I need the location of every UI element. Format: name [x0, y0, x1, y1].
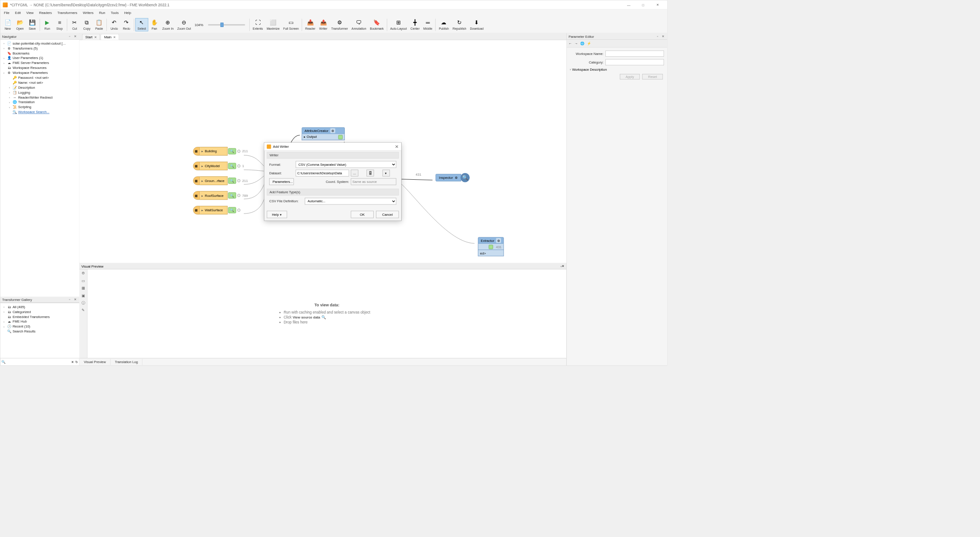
output-port[interactable] — [237, 150, 240, 153]
toolbar-download[interactable]: ⬇Download — [468, 18, 485, 31]
attributecreator-node[interactable]: AttributeCreator⚙▸ Output — [302, 127, 344, 141]
parameters-button[interactable]: Parameters... — [269, 178, 293, 185]
tab-close-icon[interactable]: ✕ — [113, 36, 115, 39]
format-select[interactable]: CSV (Comma Separated Value) — [296, 161, 396, 168]
reader-citymodel[interactable]: ▦▸CityModel🔍1 — [193, 162, 244, 170]
csv-def-select[interactable]: Automatic... — [305, 198, 396, 205]
preview-graphics-icon[interactable]: ▣ — [81, 293, 86, 298]
pe-forward-icon[interactable]: → — [574, 41, 577, 45]
menu-view[interactable]: View — [24, 10, 36, 15]
toolbar-stop[interactable]: ■Stop — [53, 18, 65, 31]
toolbar-middle[interactable]: ═Middle — [421, 18, 434, 31]
minimize-button[interactable]: — — [622, 0, 636, 9]
reader-cache-icon[interactable]: 🔍 — [228, 192, 236, 199]
toolbar-redo[interactable]: ↷Redo — [120, 18, 133, 31]
extractor-node[interactable]: Extractor⚙431ed> — [478, 237, 504, 256]
menu-tools[interactable]: Tools — [108, 10, 121, 15]
pe-desc-expander-icon[interactable]: › — [570, 68, 571, 72]
menu-readers[interactable]: Readers — [37, 10, 54, 15]
nav-item[interactable]: ›👤User Parameters (1) — [1, 55, 78, 60]
reader-cache-icon[interactable]: 🔍 — [228, 207, 236, 214]
output-port[interactable] — [237, 194, 240, 197]
reader-roofsurface[interactable]: ▦▸RoofSurface🔍789 — [193, 191, 247, 200]
category-input[interactable] — [605, 59, 664, 65]
pe-back-icon[interactable]: ← — [568, 41, 572, 45]
toolbar-pan[interactable]: ✋Pan — [148, 18, 160, 31]
nav-item[interactable]: ›📝Description — [1, 85, 78, 90]
toolbar-undo[interactable]: ↶Undo — [108, 18, 120, 31]
gallery-item[interactable]: ›🗂All (485) — [1, 305, 78, 309]
toolbar-auto-layout[interactable]: ⊞Auto-Layout — [388, 18, 408, 31]
pe-world-icon[interactable]: 🌐 — [580, 41, 585, 46]
toolbar-save[interactable]: 💾Save — [26, 18, 38, 31]
toolbar-paste[interactable]: 📋Paste — [93, 18, 105, 31]
dataset-browse-button[interactable]: … — [351, 170, 358, 177]
nav-item[interactable]: ›🌐Translation — [1, 100, 78, 105]
zoom-slider[interactable] — [208, 24, 245, 25]
reader-cache-icon[interactable]: 🔍 — [228, 163, 236, 169]
expand-icon[interactable]: › — [8, 91, 11, 94]
menu-transformers[interactable]: Transformers — [55, 10, 80, 15]
nav-item[interactable]: ›☁FME Server Parameters — [1, 60, 78, 65]
pe-undock-icon[interactable]: ▫ — [655, 34, 660, 39]
expand-icon[interactable]: › — [8, 96, 11, 99]
preview-table-icon[interactable]: ▦ — [81, 285, 86, 291]
dataset-input[interactable] — [296, 170, 349, 177]
toolbar-extents[interactable]: ⛶Extents — [251, 18, 265, 31]
preview-refresh-icon[interactable]: ✎ — [81, 307, 86, 313]
preview-options-icon[interactable]: ⚙ — [81, 271, 86, 276]
reader-wallsurface[interactable]: ▦▸WallSurface🔍 — [193, 206, 242, 214]
expand-icon[interactable]: › — [2, 47, 6, 50]
toolbar-zoom-in[interactable]: ⊕Zoom In — [160, 18, 175, 31]
toolbar-annotation[interactable]: 🗨Annotation — [350, 18, 368, 31]
tab-main[interactable]: Main✕ — [101, 34, 119, 40]
ok-button[interactable]: OK — [351, 211, 373, 218]
gallery-item[interactable]: 🗂Embedded Transformers — [1, 314, 78, 319]
toolbar-center[interactable]: ╋Center — [408, 18, 421, 31]
dataset-dropdown-icon[interactable]: ▾ — [382, 170, 389, 177]
toolbar-bookmark[interactable]: 🔖Bookmark — [368, 18, 386, 31]
toolbar-publish[interactable]: ☁Publish — [437, 18, 451, 31]
gallery-tree[interactable]: ›🗂All (485)›🗂Categorized🗂Embedded Transf… — [0, 303, 79, 358]
dataset-db-icon[interactable]: 🗄 — [366, 170, 374, 177]
toolbar-maximize[interactable]: ⬜Maximize — [265, 18, 281, 31]
tab-close-icon[interactable]: ✕ — [94, 36, 96, 39]
gallery-item[interactable]: ›🗂Categorized — [1, 309, 78, 314]
search-clear-icon[interactable]: ✕ — [71, 360, 74, 364]
output-port[interactable] — [237, 164, 240, 168]
dialog-close-icon[interactable]: ✕ — [395, 144, 398, 149]
tab-start[interactable]: Start✕ — [82, 34, 100, 40]
expand-icon[interactable]: › — [8, 86, 11, 89]
nav-item[interactable]: ⌄⚙Workspace Parameters — [1, 70, 78, 75]
close-button[interactable]: ✕ — [650, 0, 664, 9]
expand-icon[interactable]: › — [8, 100, 11, 104]
nav-item[interactable]: ›📄solar-potential-city-model-cutout [… — [1, 41, 78, 46]
output-port[interactable] — [237, 179, 240, 182]
menu-writers[interactable]: Writers — [80, 10, 96, 15]
cache-icon[interactable] — [338, 135, 343, 139]
navigator-undock-icon[interactable]: ▫ — [68, 34, 72, 39]
preview-close-icon[interactable]: ✕ — [562, 264, 564, 268]
nav-item[interactable]: ›↔Reader/Writer Redirect — [1, 95, 78, 100]
preview-display-icon[interactable]: ▭ — [81, 278, 86, 283]
toolbar-run[interactable]: ▶Run — [41, 18, 53, 31]
gallery-item[interactable]: ›☁FME Hub — [1, 319, 78, 324]
search-refresh-icon[interactable]: ↻ — [75, 360, 78, 364]
gear-icon[interactable]: ⚙ — [455, 176, 458, 180]
expand-icon[interactable]: ⌄ — [2, 71, 6, 74]
reader-building[interactable]: ▦▸Building🔍211 — [193, 147, 247, 155]
nav-item[interactable]: 🗂Workspace Resources — [1, 65, 78, 70]
reset-button[interactable]: Reset — [642, 74, 663, 79]
output-port[interactable] — [237, 209, 240, 212]
navigator-close-icon[interactable]: ✕ — [73, 34, 78, 39]
nav-item[interactable]: 🔍Workspace Search... — [1, 109, 78, 114]
cancel-button[interactable]: Cancel — [376, 211, 398, 218]
pe-action-icon[interactable]: ⚡ — [587, 41, 591, 46]
maximize-button[interactable]: □ — [636, 0, 650, 9]
toolbar-cut[interactable]: ✂Cut — [69, 18, 81, 31]
menu-help[interactable]: Help — [122, 10, 133, 15]
reader-cache-icon[interactable]: 🔍 — [228, 148, 236, 155]
menu-file[interactable]: File — [1, 10, 12, 15]
toolbar-select[interactable]: ↖Select — [135, 18, 148, 31]
help-button[interactable]: Help▾ — [267, 211, 287, 218]
